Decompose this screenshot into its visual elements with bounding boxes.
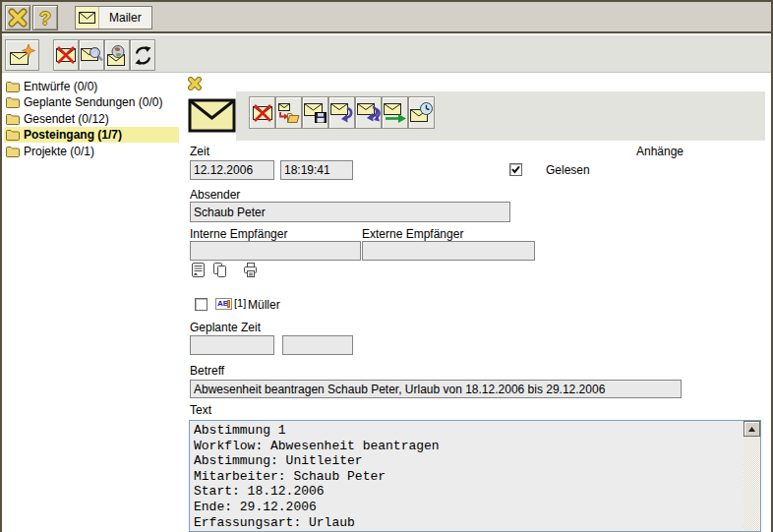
document-lines-icon xyxy=(190,262,207,278)
gold-x-icon xyxy=(188,77,202,90)
geplante-uhrzeit-field[interactable] xyxy=(282,335,353,355)
titlebar: ? Mailer xyxy=(2,2,771,33)
folder-label: Geplante Sendungen (0/0) xyxy=(24,95,162,109)
save-button[interactable] xyxy=(302,96,328,129)
folder-label: Projekte (0/1) xyxy=(24,145,94,158)
main-toolbar xyxy=(2,35,771,73)
search-mail-button[interactable] xyxy=(79,39,104,71)
time-field[interactable] xyxy=(280,160,353,180)
reply-all-button[interactable] xyxy=(355,96,382,129)
print-icon xyxy=(242,262,259,278)
delete-button[interactable] xyxy=(249,96,275,129)
app-title: Mailer xyxy=(99,7,151,29)
question-mark-icon: ? xyxy=(39,9,51,28)
close-mail-button[interactable] xyxy=(187,76,203,91)
folder-item-gesendet[interactable]: Gesendet (0/12) xyxy=(4,111,179,127)
externe-empfaenger-field[interactable] xyxy=(362,241,535,261)
delete-mail-icon xyxy=(252,104,273,122)
text-label: Text xyxy=(190,403,211,417)
mail-icon xyxy=(76,7,99,29)
folder-icon xyxy=(6,129,20,141)
scrollbar[interactable] xyxy=(743,421,760,531)
move-to-folder-icon xyxy=(277,102,300,124)
geplante-zeit-label: Geplante Zeit xyxy=(190,321,261,334)
recipient-index: [1] xyxy=(234,297,246,309)
mail-body-text: Abstimmung 1 Workflow: Abwesenheit beant… xyxy=(194,423,741,530)
delete-mail-button[interactable] xyxy=(53,39,79,71)
open-mail-icon xyxy=(188,96,236,135)
send-receive-button[interactable] xyxy=(104,39,130,71)
absender-field[interactable] xyxy=(190,202,510,222)
interne-empfaenger-field[interactable] xyxy=(190,241,361,261)
betreff-label: Betreff xyxy=(190,364,224,378)
search-mail-icon xyxy=(81,46,103,65)
folder-item-geplante-sendungen[interactable]: Geplante Sendungen (0/0) xyxy=(4,94,179,110)
move-to-folder-button[interactable] xyxy=(275,96,302,129)
copy-button[interactable] xyxy=(210,261,229,279)
folder-icon xyxy=(6,81,20,92)
anhaenge-label: Anhänge xyxy=(636,145,684,158)
geplante-datum-field[interactable] xyxy=(190,335,274,355)
mailer-window: ? Mailer xyxy=(0,0,773,532)
folder-icon xyxy=(6,113,20,125)
delete-mail-icon xyxy=(55,46,77,64)
externe-empfaenger-label: Externe Empfänger xyxy=(362,227,463,241)
zeit-label: Zeit xyxy=(190,145,209,158)
recipient-name: Müller xyxy=(248,298,280,312)
gold-x-icon xyxy=(8,8,28,28)
copy-icon xyxy=(211,262,228,278)
recipient-checkbox[interactable] xyxy=(195,298,208,311)
gelesen-checkbox[interactable] xyxy=(509,163,522,176)
name-badge-icon: AB xyxy=(215,298,232,310)
schedule-mail-icon xyxy=(410,102,434,124)
refresh-button[interactable] xyxy=(130,39,155,71)
folder-item-projekte[interactable]: Projekte (0/1) xyxy=(4,144,179,159)
gelesen-label: Gelesen xyxy=(546,163,590,177)
folder-label: Entwürfe (0/0) xyxy=(24,80,97,93)
folder-item-posteingang[interactable]: Posteingang (1/7) xyxy=(4,127,179,143)
reply-icon xyxy=(330,102,354,124)
close-button[interactable] xyxy=(5,5,30,30)
folder-label: Posteingang (1/7) xyxy=(24,128,122,142)
interne-empfaenger-label: Interne Empfänger xyxy=(190,227,287,241)
folder-label: Gesendet (0/12) xyxy=(24,112,109,126)
refresh-icon xyxy=(133,45,153,66)
reply-all-icon xyxy=(357,102,381,124)
up-triangle-icon xyxy=(748,427,755,432)
reply-button[interactable] xyxy=(328,96,355,129)
mail-body-textbox[interactable]: Abstimmung 1 Workflow: Abwesenheit beant… xyxy=(189,420,761,532)
forward-button[interactable] xyxy=(382,96,408,129)
save-mail-icon xyxy=(304,102,327,123)
folder-item-entwuerfe[interactable]: Entwürfe (0/0) xyxy=(4,79,179,94)
globe-mail-icon xyxy=(106,45,128,66)
new-mail-icon xyxy=(9,43,35,67)
absender-label: Absender xyxy=(190,188,240,202)
folder-icon xyxy=(6,146,20,157)
help-button[interactable]: ? xyxy=(32,5,58,30)
folder-icon xyxy=(6,96,20,108)
check-icon xyxy=(510,164,521,175)
mailer-tab[interactable]: Mailer xyxy=(75,6,152,30)
new-mail-button[interactable] xyxy=(5,39,39,71)
export-text-button[interactable] xyxy=(189,261,208,279)
betreff-field[interactable] xyxy=(190,380,682,398)
forward-icon xyxy=(384,102,407,123)
schedule-button[interactable] xyxy=(408,96,435,129)
scroll-up-button[interactable] xyxy=(743,421,760,437)
date-field[interactable] xyxy=(190,160,274,180)
print-button[interactable] xyxy=(241,261,260,279)
